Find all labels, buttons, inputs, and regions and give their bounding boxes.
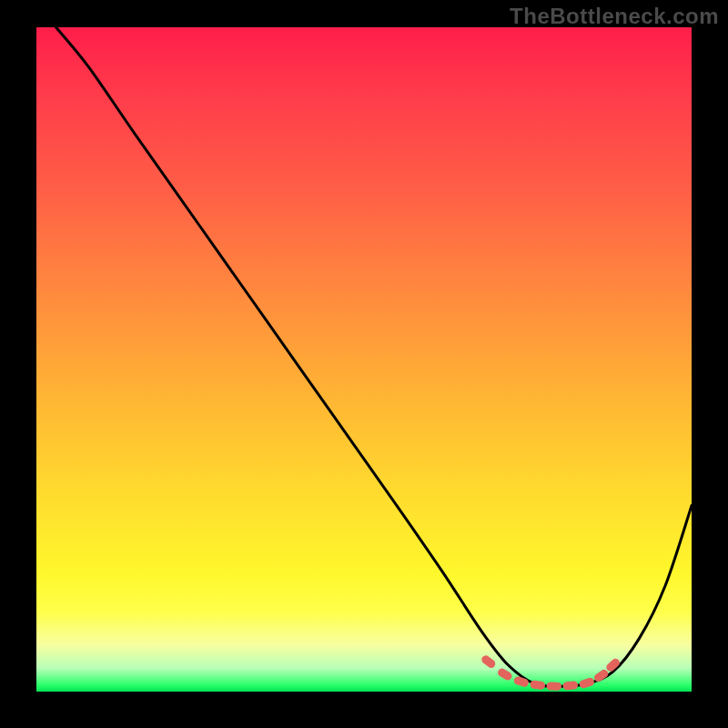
optimal-marker: [579, 677, 595, 690]
optimal-marker: [480, 654, 498, 670]
optimal-marker: [546, 682, 561, 690]
bottleneck-curve: [56, 27, 692, 686]
optimal-marker: [562, 681, 578, 691]
chart-frame: TheBottleneck.com: [0, 0, 728, 728]
plot-area: [36, 27, 692, 692]
optimal-marker: [530, 680, 546, 690]
curve-layer: [36, 27, 692, 692]
watermark-text: TheBottleneck.com: [510, 4, 719, 29]
